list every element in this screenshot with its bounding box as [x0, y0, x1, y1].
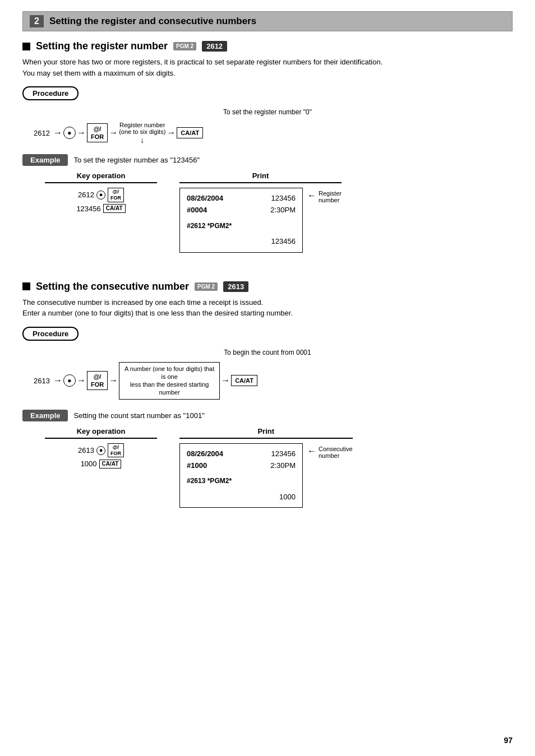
consecutive-pgm-badge: PGM 2	[195, 282, 218, 291]
consecutive-receipt-with-note: 08/26/2004 123456 #1000 2:30PM #2613 *PG…	[179, 443, 353, 508]
consecutive-at-for-small-key: @/FOR	[108, 443, 124, 458]
consecutive-key-op-line1: 2613 ● @/FOR	[45, 443, 157, 458]
consecutive-flow-row: 2613 → ● → @/ FOR → A number (one to fou…	[34, 362, 513, 400]
register-small-dot-key: ●	[96, 191, 105, 200]
register-receipt-pgm-line: #2612 *PGM2*	[187, 221, 296, 231]
section-number: 2	[30, 15, 44, 27]
consecutive-note-line: ← Consecutive number	[307, 443, 353, 459]
register-pgm-badge: PGM 2	[173, 42, 196, 50]
register-key-op-section: Key operation 2612 ● @/FOR 123456 CA/AT	[45, 171, 157, 253]
register-code-badge: 2612	[202, 41, 227, 52]
arrow-1: →	[53, 128, 62, 138]
consecutive-example-row: Example Setting the count start number a…	[22, 410, 513, 421]
register-flow-number: 2612	[34, 129, 50, 137]
register-heading-title: Setting the register number	[36, 40, 168, 52]
register-key-op-content: 2612 ● @/FOR 123456 CA/AT	[45, 188, 157, 215]
consecutive-flow-number: 2613	[34, 377, 50, 385]
register-procedure-label: Procedure	[22, 86, 79, 100]
consecutive-op-print: Key operation 2613 ● @/FOR 1000 CA/AT Pr…	[45, 427, 513, 508]
register-flow-row: 2612 → ● → @/ FOR → Register number (one…	[34, 122, 513, 144]
page-number: 97	[504, 736, 513, 745]
register-caat-small-key: CA/AT	[103, 204, 126, 213]
consec-arrow-2: →	[77, 375, 86, 386]
consecutive-example-text: Setting the count start number as "1001"	[73, 411, 204, 420]
arrow-4: →	[167, 128, 176, 138]
section-title: Setting the register and consecutive num…	[49, 16, 256, 27]
register-receipt-line2: #0004 2:30PM	[187, 205, 296, 216]
register-note-line: ← Register number	[307, 188, 342, 203]
arrow-2: →	[77, 128, 86, 138]
register-description: When your store has two or more register…	[22, 57, 513, 78]
register-number-label-above: Register number (one to six digits)	[119, 122, 165, 135]
register-key-op-line2: 123456 CA/AT	[45, 202, 157, 215]
consecutive-caat-small-key: CA/AT	[99, 460, 122, 469]
register-print-section: Print 08/26/2004 123456 #0004 2:30PM #26…	[179, 171, 342, 253]
register-print-receipt: 08/26/2004 123456 #0004 2:30PM #2612 *PG…	[179, 188, 303, 253]
register-receipt-line1: 08/26/2004 123456	[187, 193, 296, 205]
consec-arrow-4: →	[221, 375, 230, 386]
consec-arrow-3: →	[109, 375, 118, 386]
consecutive-diagram-caption: To begin the count from 0001	[22, 349, 513, 356]
consec-caat-key: CA/AT	[231, 375, 257, 386]
consecutive-receipt-pgm-line: #2613 *PGM2*	[187, 476, 296, 486]
register-example-text: To set the register number as "123456"	[73, 156, 200, 164]
consec-arrow-1: →	[53, 375, 62, 386]
consecutive-heading-title: Setting the consecutive number	[36, 281, 189, 293]
consecutive-diagram: To begin the count from 0001 2613 → ● → …	[22, 349, 513, 400]
consecutive-heading-square-icon	[22, 282, 30, 290]
register-subsection-heading: Setting the register number PGM 2 2612	[22, 40, 513, 52]
register-number-flow: Register number (one to six digits) ↓	[119, 122, 165, 144]
consecutive-small-dot-key: ●	[96, 446, 105, 455]
arrow-3: →	[109, 128, 118, 138]
register-diagram: To set the register number "0" 2612 → ● …	[22, 108, 513, 144]
consecutive-key-op-content: 2613 ● @/FOR 1000 CA/AT	[45, 443, 157, 471]
register-diagram-caption: To set the register number "0"	[22, 108, 513, 116]
register-note-container: ← Register number	[307, 188, 342, 206]
heading-square-icon	[22, 43, 30, 50]
consecutive-subsection-heading: Setting the consecutive number PGM 2 261…	[22, 281, 513, 293]
consecutive-note-label: Consecutive number	[319, 446, 353, 459]
consecutive-print-section: Print 08/26/2004 123456 #1000 2:30PM #26…	[179, 427, 353, 508]
consecutive-key-op-line2: 1000 CA/AT	[45, 457, 157, 470]
consecutive-description: The consecutive number is increased by o…	[22, 297, 513, 319]
register-key-op-title: Key operation	[45, 171, 157, 183]
consecutive-example-label: Example	[22, 410, 68, 421]
consecutive-procedure-label: Procedure	[22, 327, 79, 341]
register-print-title: Print	[179, 171, 342, 183]
consecutive-print-title: Print	[179, 427, 353, 439]
arrow-down-1: ↓	[140, 136, 144, 144]
caat-key-1: CA/AT	[177, 127, 203, 138]
register-example-row: Example To set the register number as "1…	[22, 154, 513, 166]
consecutive-key-op-section: Key operation 2613 ● @/FOR 1000 CA/AT	[45, 427, 157, 508]
dot-key-1: ●	[63, 127, 76, 139]
register-op-print: Key operation 2612 ● @/FOR 123456 CA/AT …	[45, 171, 513, 253]
consecutive-note-container: ← Consecutive number	[307, 443, 353, 461]
at-for-key-1: @/ FOR	[87, 123, 108, 143]
consecutive-code-badge: 2613	[223, 281, 248, 292]
register-example-label: Example	[22, 154, 68, 166]
section-header: 2 Setting the register and consecutive n…	[22, 11, 513, 31]
register-note-label: Register number	[319, 190, 342, 203]
consec-dot-key: ●	[63, 374, 76, 387]
consecutive-print-receipt: 08/26/2004 123456 #1000 2:30PM #2613 *PG…	[179, 443, 303, 508]
consec-at-for-key: @/ FOR	[87, 371, 108, 391]
register-receipt-with-note: 08/26/2004 123456 #0004 2:30PM #2612 *PG…	[179, 188, 342, 253]
register-receipt-num-line: 123456	[187, 236, 296, 248]
register-at-for-small-key: @/FOR	[108, 188, 124, 202]
consec-number-box: A number (one to four digits) that is on…	[119, 362, 220, 400]
consecutive-key-op-title: Key operation	[45, 427, 157, 439]
consecutive-receipt-line1: 08/26/2004 123456	[187, 448, 296, 460]
consecutive-receipt-num-line: 1000	[187, 491, 296, 503]
consecutive-receipt-line2: #1000 2:30PM	[187, 460, 296, 472]
register-key-op-line1: 2612 ● @/FOR	[45, 188, 157, 202]
